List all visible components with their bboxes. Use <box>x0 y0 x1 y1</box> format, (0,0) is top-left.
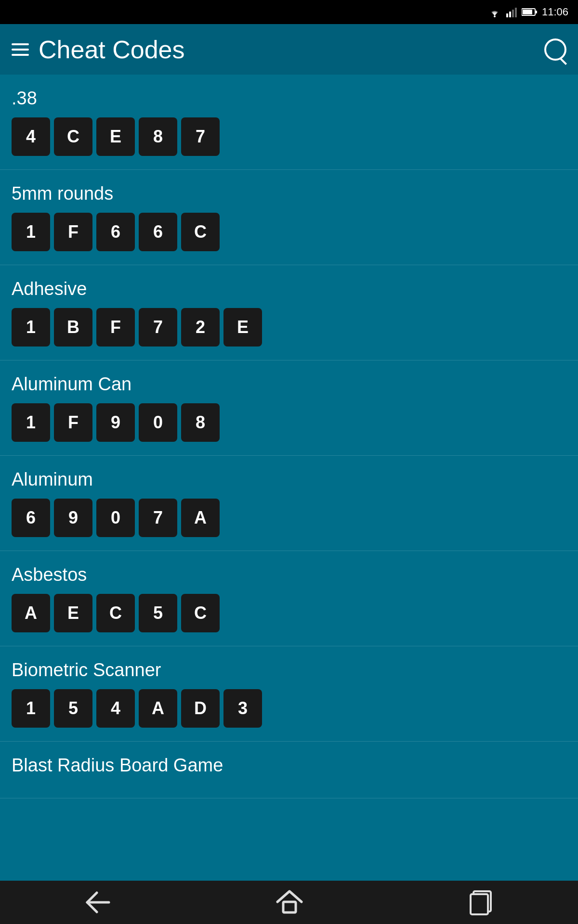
cheat-list: .384CE875mm rounds1F66CAdhesive1BF72EAlu… <box>0 75 578 881</box>
code-chip[interactable]: 1 <box>12 213 50 251</box>
code-chips: AEC5C <box>12 594 566 632</box>
svg-rect-4 <box>515 8 517 17</box>
top-bar-left: Cheat Codes <box>12 35 185 64</box>
search-button[interactable] <box>544 38 566 61</box>
signal-icon <box>506 7 517 17</box>
menu-button[interactable] <box>12 43 29 56</box>
code-chip[interactable]: B <box>54 308 92 346</box>
code-chip[interactable]: E <box>223 308 262 346</box>
cheat-name: Asbestos <box>12 565 566 585</box>
cheat-name: Aluminum Can <box>12 374 566 395</box>
code-chip[interactable]: A <box>181 499 220 537</box>
cheat-item: Aluminum6907A <box>0 456 578 551</box>
back-icon <box>82 890 111 914</box>
code-chip[interactable]: E <box>54 594 92 632</box>
cheat-item: Aluminum Can1F908 <box>0 360 578 456</box>
cheat-name: Blast Radius Board Game <box>12 755 566 776</box>
code-chip[interactable]: 1 <box>12 689 50 728</box>
cheat-name: Adhesive <box>12 279 566 299</box>
wifi-icon <box>488 7 501 17</box>
code-chip[interactable]: F <box>54 213 92 251</box>
code-chip[interactable]: F <box>54 403 92 442</box>
code-chip[interactable]: C <box>54 117 92 156</box>
svg-rect-3 <box>512 10 514 17</box>
svg-rect-9 <box>283 902 296 912</box>
code-chip[interactable]: F <box>96 308 135 346</box>
status-bar: 11:06 <box>0 0 578 24</box>
app-title: Cheat Codes <box>39 35 185 64</box>
code-chip[interactable]: 5 <box>54 689 92 728</box>
code-chip[interactable]: C <box>96 594 135 632</box>
code-chip[interactable]: 8 <box>181 403 220 442</box>
svg-rect-1 <box>506 13 508 17</box>
cheat-item: .384CE87 <box>0 75 578 170</box>
cheat-name: .38 <box>12 88 566 109</box>
code-chip[interactable]: 3 <box>223 689 262 728</box>
code-chip[interactable]: 9 <box>54 499 92 537</box>
code-chips: 6907A <box>12 499 566 537</box>
code-chip[interactable]: 0 <box>139 403 177 442</box>
code-chip[interactable]: 1 <box>12 308 50 346</box>
code-chip[interactable]: 9 <box>96 403 135 442</box>
status-icons: 11:06 <box>488 6 568 18</box>
home-button[interactable] <box>276 888 303 916</box>
code-chips: 1F908 <box>12 403 566 442</box>
cheat-name: 5mm rounds <box>12 183 566 204</box>
recents-icon <box>468 888 496 916</box>
code-chip[interactable]: 1 <box>12 403 50 442</box>
code-chip[interactable]: 0 <box>96 499 135 537</box>
cheat-item: AsbestosAEC5C <box>0 551 578 646</box>
code-chip[interactable]: C <box>181 594 220 632</box>
battery-icon <box>522 8 537 16</box>
cheat-item: Biometric Scanner154AD3 <box>0 646 578 742</box>
code-chip[interactable]: 6 <box>96 213 135 251</box>
status-time: 11:06 <box>542 6 568 18</box>
code-chips: 1BF72E <box>12 308 566 346</box>
svg-rect-11 <box>471 894 488 914</box>
svg-rect-6 <box>523 10 532 14</box>
code-chip[interactable]: 4 <box>12 117 50 156</box>
svg-point-0 <box>494 15 496 17</box>
recents-button[interactable] <box>468 888 496 916</box>
code-chip[interactable]: 7 <box>139 499 177 537</box>
cheat-name: Aluminum <box>12 469 566 490</box>
bottom-nav <box>0 881 578 924</box>
back-button[interactable] <box>82 890 111 914</box>
home-icon <box>276 888 303 916</box>
top-bar: Cheat Codes <box>0 24 578 75</box>
cheat-item: Adhesive1BF72E <box>0 265 578 360</box>
code-chip[interactable]: 2 <box>181 308 220 346</box>
code-chips: 4CE87 <box>12 117 566 156</box>
code-chip[interactable]: D <box>181 689 220 728</box>
cheat-item: Blast Radius Board Game <box>0 742 578 798</box>
code-chip[interactable]: 8 <box>139 117 177 156</box>
code-chips: 154AD3 <box>12 689 566 728</box>
code-chip[interactable]: E <box>96 117 135 156</box>
svg-rect-7 <box>536 11 537 13</box>
code-chip[interactable]: C <box>181 213 220 251</box>
svg-rect-2 <box>509 12 511 17</box>
code-chip[interactable]: 7 <box>139 308 177 346</box>
code-chip[interactable]: 7 <box>181 117 220 156</box>
code-chip[interactable]: A <box>12 594 50 632</box>
code-chips: 1F66C <box>12 213 566 251</box>
code-chip[interactable]: 6 <box>12 499 50 537</box>
code-chip[interactable]: 5 <box>139 594 177 632</box>
cheat-name: Biometric Scanner <box>12 660 566 680</box>
code-chip[interactable]: A <box>139 689 177 728</box>
cheat-item: 5mm rounds1F66C <box>0 170 578 265</box>
code-chip[interactable]: 6 <box>139 213 177 251</box>
code-chip[interactable]: 4 <box>96 689 135 728</box>
